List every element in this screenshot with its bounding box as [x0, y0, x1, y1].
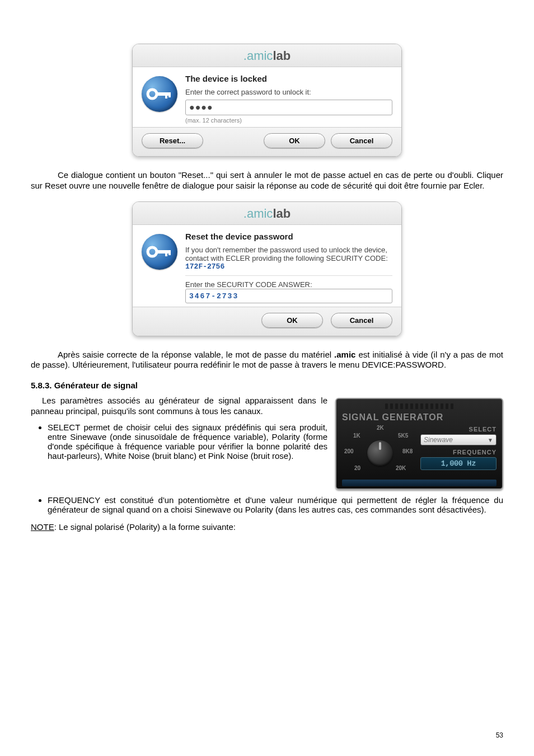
panel-title: SIGNAL GENERATOR [342, 412, 496, 422]
tick-2k: 2K [377, 425, 384, 431]
reset-instruction: If you don't remember the password used … [185, 246, 392, 262]
dialog-titlebar: .amiclab [133, 44, 401, 67]
tick-20: 20 [354, 465, 360, 471]
svg-rect-2 [165, 92, 167, 98]
answer-label: Enter the SECURITY CODE ANSWER: [185, 280, 392, 289]
section-heading: 5.8.3. Générateur de signal [31, 381, 503, 390]
dialog-titlebar: .amiclab [133, 202, 401, 225]
tick-20k: 20K [396, 465, 406, 471]
page-number: 53 [496, 731, 503, 739]
answer-field[interactable]: 3467-2733 [185, 289, 392, 303]
note-text: : Le signal polarisé (Polarity) a la for… [54, 522, 236, 532]
reset-dialog-figure: .amiclab Reset the device password If yo… [31, 201, 503, 336]
reset-button[interactable]: Reset... [142, 133, 203, 148]
password-hint: (max. 12 characters) [185, 117, 392, 124]
svg-rect-6 [165, 250, 167, 256]
panel-footer-bar [342, 480, 496, 486]
panel-grip [342, 403, 496, 410]
cancel-button[interactable]: Cancel [331, 313, 392, 328]
dialog-instruction: Enter the correct password to unlock it: [185, 88, 392, 96]
tick-1k: 1K [353, 433, 360, 439]
frequency-label: FREQUENCY [420, 449, 496, 456]
svg-point-4 [148, 247, 157, 256]
cancel-button[interactable]: Cancel [331, 133, 392, 148]
select-value: Sinewave [424, 436, 453, 444]
security-code: 172F-2756 [185, 262, 392, 271]
tick-8k8: 8K8 [402, 448, 413, 454]
answer-value: 3467-2733 [189, 292, 238, 300]
reset-dialog: .amiclab Reset the device password If yo… [132, 201, 402, 336]
paragraph-reset-desc: Ce dialogue contient un bouton "Reset...… [31, 170, 503, 191]
waveform-select[interactable]: Sinewave ▼ [420, 434, 496, 445]
para2-bold: .amic [334, 350, 355, 359]
tick-200: 200 [344, 448, 354, 454]
signal-generator-panel: SIGNAL GENERATOR 2K 1K 5K5 200 8K8 20 20… [335, 398, 503, 490]
select-label: SELECT [420, 426, 496, 433]
locked-dialog: .amiclab The device is locked Enter the … [132, 44, 402, 157]
svg-rect-1 [156, 92, 170, 96]
brand-lab: lab [273, 206, 291, 220]
svg-rect-7 [168, 250, 171, 255]
signal-generator-figure: SIGNAL GENERATOR 2K 1K 5K5 200 8K8 20 20… [335, 398, 503, 490]
bullet-frequency: FREQUENCY est constitué d'un potentiomèt… [48, 495, 503, 514]
svg-rect-5 [156, 250, 170, 253]
dialog-heading: The device is locked [185, 74, 392, 83]
ok-button[interactable]: OK [264, 133, 325, 148]
brand-amic: .amic [243, 206, 273, 220]
dialog-heading: Reset the device password [185, 232, 392, 241]
frequency-knob[interactable] [367, 440, 393, 466]
paragraph-after-reset: Après saisie correcte de la réponse vala… [31, 350, 503, 371]
chevron-down-icon: ▼ [488, 437, 493, 443]
ok-button[interactable]: OK [261, 313, 323, 328]
svg-rect-3 [168, 92, 171, 97]
frequency-dial[interactable]: 2K 1K 5K5 200 8K8 20 20K [342, 425, 420, 475]
brand-lab: lab [273, 49, 291, 63]
key-icon [142, 76, 177, 112]
tick-5k5: 5K5 [398, 433, 408, 439]
key-icon [142, 234, 177, 270]
svg-point-0 [148, 90, 157, 98]
frequency-display[interactable]: 1,000 Hz [420, 457, 496, 470]
brand-amic: .amic [243, 49, 273, 63]
note-line: NOTE: Le signal polarisé (Polarity) a la… [31, 522, 503, 532]
locked-dialog-figure: .amiclab The device is locked Enter the … [31, 44, 503, 157]
note-label: NOTE [31, 522, 54, 532]
password-field[interactable]: ●●●● [185, 100, 392, 115]
para2-prefix: Après saisie correcte de la réponse vala… [58, 350, 334, 359]
